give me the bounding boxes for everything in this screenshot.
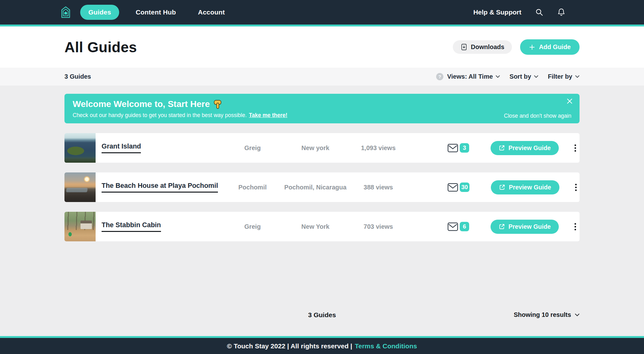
envelope-icon [447,222,458,231]
preview-guide-label: Preview Guide [509,184,551,191]
nav-tab-content-hub[interactable]: Content Hub [136,8,176,16]
guide-row: The Stabbin Cabin Greig New York 703 vie… [64,212,580,241]
showing-results-dropdown[interactable]: Showing 10 results [514,311,580,318]
preview-guide-label: Preview Guide [508,144,551,152]
filter-controls: ? Views: All Time Sort by Filter by [436,73,580,80]
kebab-dot [575,150,576,152]
message-count-badge: 3 [460,143,469,153]
kebab-dot [575,144,576,146]
guide-views: 1,093 views [353,144,403,152]
welcome-banner-message-row: Check out our handy guides to get you st… [73,112,571,119]
welcome-banner-title: Welcome Welcome to, Start Here [73,99,210,109]
page-header: All Guides Downloads Add Guide [0,26,644,68]
welcome-banner: Welcome Welcome to, Start Here Check out… [64,94,580,123]
row-menu-kebab-icon[interactable] [573,221,578,232]
preview-guide-button[interactable]: Preview Guide [491,141,559,155]
copyright-text: © Touch Stay 2022 | All rights reserved … [227,342,352,350]
chevron-down-icon [496,75,500,78]
external-link-icon [499,145,505,151]
terms-conditions-link[interactable]: Terms & Conditions [355,342,417,350]
welcome-banner-message: Check out our handy guides to get you st… [73,112,247,119]
guide-thumbnail[interactable] [64,133,96,163]
kebab-dot [575,226,576,228]
guide-row: The Beach House at Playa Pochomil Pochom… [64,172,580,202]
add-guide-label: Add Guide [539,43,571,51]
guide-title-link[interactable]: Grant Island [102,143,141,153]
dismiss-banner-link[interactable]: Close and don't show again [504,113,571,119]
bell-icon[interactable] [557,8,565,17]
guides-count: 3 Guides [64,73,91,80]
guide-title-cell: Grant Island [102,143,227,153]
touchstay-logo-icon[interactable] [61,6,70,19]
chevron-down-icon [575,75,580,78]
nav-tab-guides[interactable]: Guides [80,5,119,20]
guide-thumbnail[interactable] [64,212,96,241]
guide-views: 388 views [353,184,403,191]
guide-location: New york [278,144,353,152]
guide-location: New York [278,223,353,230]
pointing-down-hand-icon [214,99,222,109]
views-dropdown[interactable]: Views: All Time [447,73,500,80]
kebab-dot [575,147,576,149]
guide-author: Greig [227,223,278,230]
chevron-down-icon [534,75,538,78]
guide-title-link[interactable]: The Stabbin Cabin [102,221,161,232]
add-guide-button[interactable]: Add Guide [520,39,580,55]
external-link-icon [499,184,505,190]
message-count-badge: 6 [460,222,469,231]
downloads-label: Downloads [471,43,504,51]
main-content: Welcome Welcome to, Start Here Check out… [0,86,644,336]
envelope-icon [447,183,458,192]
filter-bar: 3 Guides ? Views: All Time Sort by Filte… [0,68,644,86]
guide-thumbnail[interactable] [64,172,96,202]
views-help-icon[interactable]: ? [436,73,443,80]
guide-title-cell: The Beach House at Playa Pochomil [102,182,227,193]
preview-guide-button[interactable]: Preview Guide [491,180,559,194]
external-link-icon [499,223,505,230]
guide-row: Grant Island Greig New york 1,093 views … [64,133,580,163]
row-menu-kebab-icon[interactable] [573,143,578,154]
preview-guide-button[interactable]: Preview Guide [491,220,559,234]
guide-author: Pochomil [227,184,278,191]
help-support-link[interactable]: Help & Support [473,8,521,16]
messages-button[interactable]: 30 [447,183,469,192]
kebab-dot [575,187,577,188]
guide-location: Pochomil, Nicaragua [278,184,353,191]
views-dropdown-label: Views: All Time [447,73,493,80]
guide-author: Greig [227,144,278,152]
take-me-there-link[interactable]: Take me there! [249,112,287,119]
plus-icon [529,44,535,50]
row-menu-kebab-icon[interactable] [573,182,579,193]
nav-tab-account[interactable]: Account [198,8,225,16]
messages-button[interactable]: 3 [447,143,469,153]
nav-right-group: Help & Support [473,8,565,17]
sort-by-dropdown[interactable]: Sort by [509,73,538,80]
guides-count-bottom: 3 Guides [308,311,336,319]
welcome-banner-title-row: Welcome Welcome to, Start Here [73,99,571,109]
header-actions: Downloads Add Guide [453,39,580,55]
search-icon[interactable] [535,8,543,16]
preview-guide-label: Preview Guide [508,223,551,230]
download-icon [460,43,468,51]
filter-by-label: Filter by [548,73,572,80]
chevron-down-icon [575,313,580,317]
messages-button[interactable]: 6 [447,222,469,231]
filter-by-dropdown[interactable]: Filter by [548,73,580,80]
kebab-dot [575,189,577,191]
sort-by-label: Sort by [509,73,531,80]
kebab-dot [575,229,576,230]
guide-views: 703 views [353,223,403,230]
guide-title-link[interactable]: The Beach House at Playa Pochomil [102,182,218,193]
message-count-badge: 30 [460,183,469,192]
envelope-icon [447,144,458,152]
results-summary-row: 3 Guides Showing 10 results [64,311,580,318]
top-navigation: Guides Content Hub Account Help & Suppor… [0,0,644,26]
downloads-button[interactable]: Downloads [453,40,512,54]
page-footer: © Touch Stay 2022 | All rights reserved … [0,336,644,354]
guide-title-cell: The Stabbin Cabin [102,221,227,232]
close-icon[interactable] [567,98,573,104]
page-title: All Guides [64,39,137,56]
kebab-dot [575,184,577,185]
kebab-dot [575,223,576,225]
showing-results-label: Showing 10 results [514,311,571,318]
